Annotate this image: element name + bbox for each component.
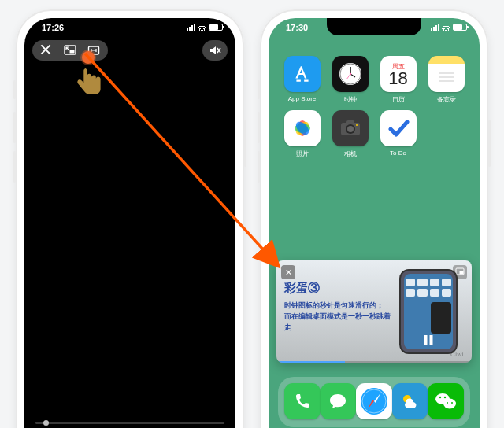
mute-button[interactable] bbox=[202, 40, 228, 61]
pip-close-button[interactable]: ✕ bbox=[281, 265, 295, 279]
svg-point-24 bbox=[447, 402, 448, 404]
app-label: To Do bbox=[376, 149, 421, 157]
pip-content: 彩蛋③ 时钟图标的秒针是匀速滑行的； 而在编辑桌面模式是一秒一秒跳着走 bbox=[284, 267, 393, 356]
notch bbox=[83, 18, 177, 35]
progress-bar[interactable] bbox=[35, 422, 224, 424]
video-top-controls bbox=[32, 40, 228, 61]
calendar-icon: 周五 18 bbox=[380, 56, 417, 92]
hand-pointer-icon bbox=[73, 65, 103, 101]
empty-slot bbox=[424, 110, 469, 158]
svg-point-25 bbox=[451, 402, 453, 404]
cellular-icon bbox=[187, 24, 195, 31]
notch bbox=[327, 18, 421, 35]
app-grid: App Store 时钟 周五 18 日历 备忘录 bbox=[269, 50, 480, 158]
app-appstore[interactable]: App Store bbox=[280, 56, 324, 104]
dock bbox=[278, 377, 470, 427]
pip-brand: Ciwi bbox=[450, 351, 464, 358]
pip-progress[interactable] bbox=[276, 361, 472, 363]
svg-point-23 bbox=[444, 397, 446, 398]
home-screen: 17:30 App Store 时钟 周五 18 bbox=[269, 18, 480, 428]
app-photos[interactable]: 照片 bbox=[280, 110, 324, 158]
pip-line1: 时钟图标的秒针是匀速滑行的； bbox=[284, 301, 393, 312]
app-label: 备忘录 bbox=[424, 95, 469, 104]
wifi-icon bbox=[442, 24, 450, 31]
app-calendar[interactable]: 周五 18 日历 bbox=[376, 56, 421, 104]
app-label: 照片 bbox=[280, 149, 324, 158]
app-clock[interactable]: 时钟 bbox=[328, 56, 372, 104]
wifi-icon bbox=[198, 24, 206, 31]
app-label: App Store bbox=[280, 95, 324, 102]
phone-right: 17:30 App Store 时钟 周五 18 bbox=[260, 9, 488, 428]
photos-icon bbox=[284, 110, 321, 146]
svg-point-14 bbox=[356, 124, 358, 126]
phone-left: 17:26 bbox=[16, 9, 244, 428]
pip-title: 彩蛋③ bbox=[284, 281, 393, 296]
calendar-day: 18 bbox=[388, 70, 407, 87]
battery-icon bbox=[453, 24, 467, 31]
touch-indicator bbox=[69, 51, 108, 101]
app-notes[interactable]: 备忘录 bbox=[424, 56, 469, 104]
svg-point-13 bbox=[347, 126, 354, 132]
svg-rect-11 bbox=[346, 120, 354, 124]
app-label: 相机 bbox=[328, 149, 372, 158]
status-time: 17:30 bbox=[286, 23, 308, 32]
dock-safari[interactable] bbox=[356, 383, 392, 419]
app-camera[interactable]: 相机 bbox=[328, 110, 372, 158]
dock-weather[interactable] bbox=[392, 383, 428, 419]
dock-messages[interactable] bbox=[321, 383, 357, 419]
notes-icon bbox=[428, 56, 465, 92]
battery-icon bbox=[209, 24, 223, 31]
pip-line2: 而在编辑桌面模式是一秒一秒跳着走 bbox=[284, 312, 393, 334]
todo-icon bbox=[380, 110, 417, 146]
cellular-icon bbox=[431, 24, 439, 31]
dock-wechat[interactable] bbox=[428, 383, 464, 419]
close-icon[interactable] bbox=[40, 44, 53, 57]
pip-window[interactable]: ✕ 彩蛋③ 时钟图标的秒针是匀速滑行的； 而在编辑桌面模式是一秒一秒跳着走 Ci… bbox=[276, 260, 472, 363]
camera-icon bbox=[332, 110, 369, 146]
status-time: 17:26 bbox=[42, 23, 64, 32]
pip-thumbnail bbox=[399, 269, 464, 354]
app-label: 时钟 bbox=[328, 95, 372, 104]
video-player-screen: 17:26 bbox=[24, 18, 235, 428]
dock-phone[interactable] bbox=[284, 383, 321, 419]
speaker-muted-icon bbox=[209, 44, 221, 57]
svg-point-22 bbox=[439, 397, 441, 398]
appstore-icon bbox=[284, 56, 321, 92]
pause-icon bbox=[424, 335, 433, 345]
svg-point-21 bbox=[443, 399, 456, 409]
clock-icon bbox=[332, 56, 369, 92]
tap-point-icon bbox=[82, 51, 94, 64]
svg-point-5 bbox=[349, 73, 350, 75]
app-todo[interactable]: To Do bbox=[376, 110, 421, 158]
app-label: 日历 bbox=[376, 95, 421, 104]
video-bottom-controls: 00:31 -11:20 15 15 bbox=[35, 422, 224, 428]
